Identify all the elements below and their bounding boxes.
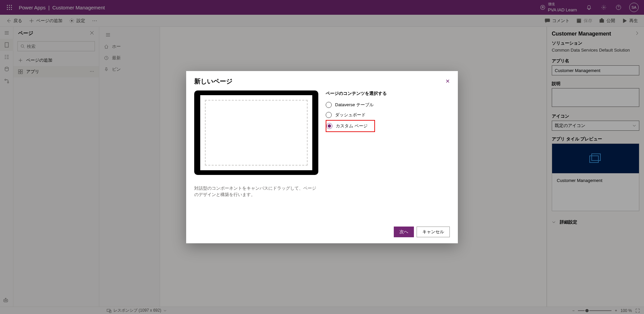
option-custom-page[interactable]: カスタム ページ [326,121,368,131]
modal-close-icon[interactable]: ✕ [445,78,450,84]
modal-description: 対話型のコンポーネントをキャンバスにドラッグして、ページのデザインと構築を行いま… [194,185,318,198]
modal-title: 新しいページ [194,77,232,86]
option-label: ダッシュボード [335,112,366,118]
option-dataverse[interactable]: Dataverse テーブル [326,100,450,110]
next-button[interactable]: 次へ [394,227,414,237]
new-page-modal: 新しいページ ✕ 対話型のコンポーネントをキャンバスにドラッグして、ページのデザ… [186,71,458,243]
options-title: ページのコンテンツを選択する [326,90,450,97]
option-label: カスタム ページ [336,123,368,129]
highlight-box: カスタム ページ [326,120,375,132]
cancel-button[interactable]: キャンセル [417,227,450,237]
preview-image [194,90,318,175]
option-label: Dataverse テーブル [335,102,374,108]
option-dashboard[interactable]: ダッシュボード [326,110,450,120]
